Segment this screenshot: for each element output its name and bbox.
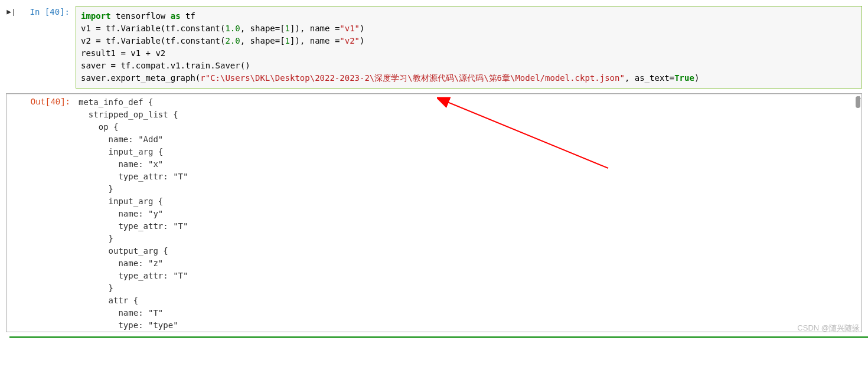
code-token: 2.0: [225, 36, 240, 45]
code-token: tensorflow: [111, 11, 171, 21]
output-cell: Out[40]: meta_info_def { stripped_op_lis…: [6, 93, 862, 332]
code-token: saver = tf.compat.v1.train.Saver(): [81, 61, 250, 70]
watermark: CSDN @随兴随缘: [797, 323, 860, 333]
output-text: meta_info_def { stripped_op_list { op { …: [76, 96, 862, 329]
code-token: v1 = tf.Variable(tf.constant(: [81, 24, 225, 33]
code-token: 1.0: [225, 24, 240, 33]
scroll-thumb[interactable]: [856, 96, 860, 108]
code-token: ]), name =: [290, 24, 340, 33]
code-token: result1 = v1 + v2: [81, 48, 165, 58]
notebook: ▶| In [40]: import tensorflow as tf v1 =…: [0, 0, 868, 332]
code-token: ): [360, 24, 364, 33]
code-token: v2 = tf.Variable(tf.constant(: [81, 36, 225, 45]
code-token: 1: [285, 36, 290, 45]
code-token: import: [81, 11, 111, 21]
code-token: 1: [285, 24, 290, 33]
input-cell: ▶| In [40]: import tensorflow as tf v1 =…: [0, 6, 868, 89]
code-token: r"C:\Users\DKL\Desktop\2022-2023-2\深度学习\…: [200, 73, 625, 83]
code-token: "v2": [340, 36, 360, 45]
code-token: as: [171, 11, 181, 21]
code-token: ]), name =: [290, 36, 340, 45]
code-token: ): [694, 73, 699, 83]
output-prompt: Out[40]:: [6, 96, 76, 329]
code-token: True: [674, 73, 694, 83]
run-icon[interactable]: ▶|: [6, 6, 17, 89]
code-token: ): [360, 36, 364, 45]
code-token: saver.export_meta_graph(: [81, 73, 200, 83]
input-prompt: In [40]:: [17, 6, 76, 89]
code-token: , shape=[: [240, 36, 285, 45]
bottom-border: [9, 336, 868, 338]
code-token: , as_text=: [625, 73, 674, 83]
output-scrollbar[interactable]: ▲: [856, 96, 860, 329]
code-token: , shape=[: [240, 24, 285, 33]
code-token: "v1": [340, 24, 360, 33]
code-input[interactable]: import tensorflow as tf v1 = tf.Variable…: [76, 6, 862, 89]
code-token: tf: [181, 11, 195, 21]
